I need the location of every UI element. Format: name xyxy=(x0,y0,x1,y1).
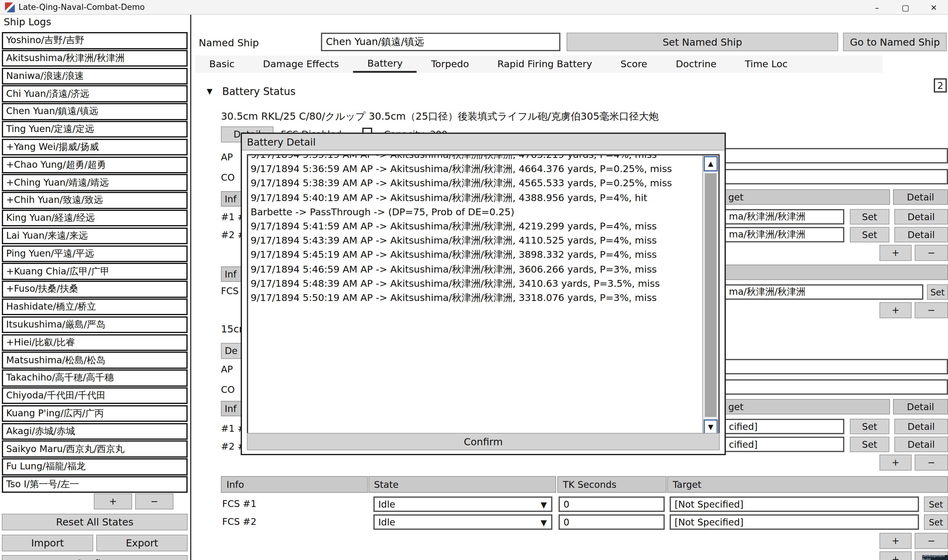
tab-rapid-firing-battery[interactable]: Rapid Firing Battery xyxy=(483,55,606,73)
fcs-row-label: FCS #2 xyxy=(222,516,256,527)
ship-list-item[interactable]: Kuang P'ing/広丙/广丙 xyxy=(2,405,188,422)
page-badge[interactable]: 2 xyxy=(934,78,947,92)
gun-name: 30.5cm RKL/25 C/80/クルップ 30.5cm（25口径）後装填式… xyxy=(221,111,658,123)
frag-info-header: Inf xyxy=(221,401,241,416)
ship-list-item[interactable]: +Fuso/扶桑/扶桑 xyxy=(2,281,188,298)
detail-column-header: Detail xyxy=(893,189,948,205)
set-named-ship-button[interactable]: Set Named Ship xyxy=(567,33,838,51)
fcs-row-set-button[interactable]: Set xyxy=(924,497,948,512)
fcs-state-dropdown[interactable]: Idle▼ xyxy=(373,497,552,512)
tab-time-loc[interactable]: Time Loc xyxy=(731,55,802,73)
mount2-set-button[interactable]: Set xyxy=(850,227,889,242)
frag-detail-button[interactable]: De xyxy=(221,343,241,359)
log-scrollbar[interactable]: ▲ ▼ xyxy=(702,155,718,435)
ship-list-item[interactable]: Matsushima/松島/松岛 xyxy=(2,352,188,369)
tab-damage-effects[interactable]: Damage Effects xyxy=(249,55,353,73)
import-button[interactable]: Import xyxy=(2,535,93,551)
fcs-remove-button[interactable]: − xyxy=(915,302,948,318)
fcs-target-field[interactable]: [Not Specified] xyxy=(670,514,919,530)
ship-list-item[interactable]: Chiyoda/千代田/千代田 xyxy=(2,387,188,404)
mount2-set-button[interactable]: Set xyxy=(850,437,889,452)
fcs-state-value: Idle xyxy=(378,498,395,510)
log-entry: 9/17/1894 5:45:19 AM AP -> Akitsushima/秋… xyxy=(251,248,683,262)
fcs-header-tk-seconds: TK Seconds xyxy=(557,476,667,493)
ship-list-item[interactable]: Itsukushima/厳島/严岛 xyxy=(2,316,188,333)
ship-list-item[interactable]: Ping Yuen/平遠/平远 xyxy=(2,245,188,262)
battery-log-box: 9/17/1894 5:35:19 AM AP -> Akitsushima/秋… xyxy=(247,154,720,437)
ship-list-item[interactable]: +Kuang Chia/広甲/广甲 xyxy=(2,263,188,280)
ship-list-item[interactable]: Chen Yuan/鎮遠/镇远 xyxy=(2,103,188,120)
goto-named-ship-button[interactable]: Go to Named Ship xyxy=(843,33,947,51)
ship-list-item[interactable]: Saikyo Maru/西京丸/西京丸 xyxy=(2,441,188,458)
ship-remove-button[interactable]: − xyxy=(135,493,173,509)
fcs-bottom-remove-button[interactable]: − xyxy=(915,533,948,549)
ship-list-item[interactable]: Hashidate/橋立/桥立 xyxy=(2,298,188,315)
scrollbar-thumb[interactable] xyxy=(705,173,717,417)
tab-basic[interactable]: Basic xyxy=(195,55,249,73)
mounts-remove-button[interactable]: − xyxy=(915,245,948,261)
tab-doctrine[interactable]: Doctrine xyxy=(661,55,731,73)
ship-list-item[interactable]: Yoshino/吉野/吉野 xyxy=(2,32,188,49)
ship-logs-title: Ship Logs xyxy=(4,16,51,28)
ship-list-item[interactable]: Naniwa/浪速/浪速 xyxy=(2,68,188,85)
tab-torpedo[interactable]: Torpedo xyxy=(417,55,483,73)
fcs-target-field[interactable]: [Not Specified] xyxy=(670,497,919,512)
ship-list-item[interactable]: Tso I/第一号/左一 xyxy=(2,476,188,493)
mount1-set-button[interactable]: Set xyxy=(850,209,889,225)
close-button[interactable]: ✕ xyxy=(920,0,948,15)
fcs-tk-seconds-field[interactable]: 0 xyxy=(558,497,665,512)
ship-logs-confirm-button[interactable]: Confirm xyxy=(2,555,188,560)
ship-list-item[interactable]: +Hiei/比叡/比睿 xyxy=(2,334,188,351)
dialog-confirm-button[interactable]: Confirm xyxy=(247,433,720,450)
mounts-add-button[interactable]: + xyxy=(880,245,912,261)
mount2-detail-button[interactable]: Detail xyxy=(894,437,948,452)
fcs-tk-seconds-field[interactable]: 0 xyxy=(558,514,665,530)
panel-divider xyxy=(190,15,191,560)
mount1-detail-button[interactable]: Detail xyxy=(894,419,948,434)
mounts-add-button[interactable]: + xyxy=(880,455,912,471)
minimize-button[interactable]: – xyxy=(863,0,891,15)
export-button[interactable]: Export xyxy=(96,535,188,551)
fcs-state-dropdown[interactable]: Idle▼ xyxy=(373,514,552,530)
ship-list-item[interactable]: King Yuan/経遠/经远 xyxy=(2,210,188,227)
mounts-remove-button[interactable]: − xyxy=(915,455,948,471)
ship-list-item[interactable]: Lai Yuan/来遠/来远 xyxy=(2,228,188,245)
ship-add-button[interactable]: + xyxy=(94,493,132,509)
ship-list-item[interactable]: Ting Yuen/定遠/定远 xyxy=(2,121,188,138)
ship-list-item[interactable]: Fu Lung/福龍/福龙 xyxy=(2,458,188,475)
scroll-down-icon[interactable]: ▼ xyxy=(704,419,718,435)
mount2-detail-button[interactable]: Detail xyxy=(894,227,948,242)
fcs-bottom-add-button[interactable]: + xyxy=(880,551,912,560)
fcs-bottom-add-button[interactable]: + xyxy=(880,533,912,549)
ship-list-item[interactable]: +Chih Yuan/致遠/致远 xyxy=(2,192,188,209)
frag-info-header: Inf xyxy=(221,191,241,207)
tab-score[interactable]: Score xyxy=(606,55,661,73)
mount1-set-button[interactable]: Set xyxy=(850,419,889,434)
frag-ap-label: AP xyxy=(221,364,233,375)
frag-ap-label: AP xyxy=(221,152,233,163)
fcs-set-button[interactable]: Set xyxy=(927,284,948,300)
battery-detail-dialog: Battery Detail 9/17/1894 5:35:19 AM AP -… xyxy=(241,132,726,455)
fcs-header-info: Info xyxy=(221,476,368,493)
tab-battery[interactable]: Battery xyxy=(353,55,417,73)
tab-bar: BasicDamage EffectsBatteryTorpedoRapid F… xyxy=(195,55,883,73)
frag-co-label: CO xyxy=(221,384,235,395)
named-ship-input[interactable]: Chen Yuan/鎮遠/镇远 xyxy=(321,33,560,51)
ship-list-item[interactable]: Akitsushima/秋津洲/秋津洲 xyxy=(2,50,188,67)
mount1-detail-button[interactable]: Detail xyxy=(894,209,948,225)
fcs-add-button[interactable]: + xyxy=(880,302,912,318)
ship-list-item[interactable]: Akagi/赤城/赤城 xyxy=(2,423,188,440)
chevron-down-icon: ▼ xyxy=(541,500,547,509)
ship-list-item[interactable]: Takachiho/高千穂/高千穗 xyxy=(2,369,188,386)
scroll-up-icon[interactable]: ▲ xyxy=(704,156,718,171)
collapse-triangle-icon[interactable]: ▼ xyxy=(207,87,212,95)
ship-list-item[interactable]: +Yang Wei/揚威/扬威 xyxy=(2,139,188,156)
log-entry: 9/17/1894 5:35:19 AM AP -> Akitsushima/秋… xyxy=(251,154,683,162)
ship-list-item[interactable]: +Ching Yuan/靖遠/靖远 xyxy=(2,174,188,191)
corner-watermark: Development Build xyxy=(922,555,948,560)
reset-all-states-button[interactable]: Reset All States xyxy=(2,514,188,531)
ship-list-item[interactable]: Chi Yuan/済遠/济远 xyxy=(2,85,188,102)
ship-list-item[interactable]: +Chao Yung/超勇/超勇 xyxy=(2,156,188,173)
maximize-button[interactable]: ▢ xyxy=(891,0,920,15)
fcs-row-set-button[interactable]: Set xyxy=(924,514,948,530)
